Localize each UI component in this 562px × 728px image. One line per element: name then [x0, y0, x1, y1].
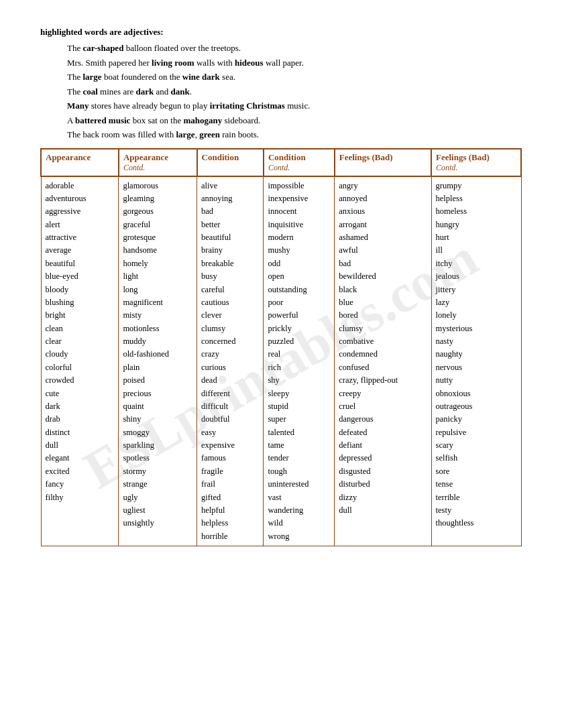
word-item: unsightly [123, 517, 192, 530]
word-item: ugly [123, 491, 192, 504]
word-item: outrageous [436, 400, 517, 413]
word-item: fragile [201, 465, 259, 478]
word-item: blushing [46, 296, 115, 309]
adjectives-table: AppearanceAppearanceContd.ConditionCondi… [40, 148, 522, 547]
word-item: different [201, 387, 259, 400]
word-item: difficult [201, 400, 259, 413]
sentence-4: Many stores have already begun to play i… [67, 99, 522, 113]
word-item: lazy [436, 296, 517, 309]
word-item: defiant [339, 439, 427, 452]
col-words-3: impossibleinexpensiveinnocentinquisitive… [264, 176, 335, 546]
word-item: bright [46, 309, 115, 322]
word-item: clumsy [339, 322, 427, 335]
word-item: ill [436, 244, 517, 257]
word-item: elegant [46, 452, 115, 465]
word-item: motionless [123, 322, 192, 335]
word-item: real [268, 348, 330, 361]
word-item: homeless [436, 205, 517, 218]
word-item: mushy [268, 244, 330, 257]
word-item: cruel [339, 400, 427, 413]
word-item: gifted [201, 491, 259, 504]
col-header-4: Feelings (Bad) [335, 149, 431, 176]
word-item: alive [201, 180, 259, 192]
word-item: tender [268, 452, 330, 465]
word-item: outstanding [268, 284, 330, 296]
word-item: smoggy [123, 426, 192, 439]
word-item: tense [436, 478, 517, 491]
word-item: cautious [201, 296, 259, 309]
word-item: dizzy [339, 491, 427, 504]
word-item: nasty [436, 335, 517, 348]
word-item: homely [123, 257, 192, 270]
word-item: scary [436, 439, 517, 452]
word-item: naughty [436, 348, 517, 361]
word-item: annoying [201, 192, 259, 205]
word-item: dead [201, 374, 259, 387]
word-item: bad [339, 257, 427, 270]
word-item: blue [339, 296, 427, 309]
word-item: crowded [46, 374, 115, 387]
word-item: prickly [268, 322, 330, 335]
word-item: hurt [436, 231, 517, 244]
word-item: bad [201, 205, 259, 218]
word-item: talented [268, 426, 330, 439]
word-item: tough [268, 465, 330, 478]
word-item: thoughtless [436, 517, 517, 530]
intro-sentences: The car-shaped balloon floated over the … [67, 42, 522, 141]
word-item: creepy [339, 387, 427, 400]
word-item: average [46, 244, 115, 257]
word-item: drab [46, 413, 115, 426]
word-item: strange [123, 478, 192, 491]
word-item: wrong [268, 530, 330, 543]
word-item: odd [268, 257, 330, 270]
word-item: uninterested [268, 478, 330, 491]
word-item: dark [46, 400, 115, 413]
word-item: nutty [436, 374, 517, 387]
word-item: cloudy [46, 348, 115, 361]
word-item: obnoxious [436, 387, 517, 400]
word-item: angry [339, 180, 427, 192]
word-item: terrible [436, 491, 517, 504]
sentence-2: The large boat foundered on the wine dar… [67, 70, 522, 84]
word-item: clever [201, 309, 259, 322]
word-item: dangerous [339, 413, 427, 426]
word-item: wild [268, 517, 330, 530]
word-item: dull [339, 504, 427, 517]
word-item: precious [123, 387, 192, 400]
word-item: sore [436, 465, 517, 478]
word-item: busy [201, 270, 259, 283]
word-item: jealous [436, 270, 517, 283]
word-item: quaint [123, 400, 192, 413]
word-item: old-fashioned [123, 348, 192, 361]
word-item: blue-eyed [46, 270, 115, 283]
word-item: doubtful [201, 413, 259, 426]
word-item: attractive [46, 231, 115, 244]
word-item: ugliest [123, 504, 192, 517]
sentence-5: A battered music box sat on the mahogany… [67, 114, 522, 127]
word-item: brainy [201, 244, 259, 257]
word-item: spotless [123, 452, 192, 465]
col-header-2: Condition [197, 149, 264, 176]
word-item: mysterious [436, 322, 517, 335]
word-item: alert [46, 219, 115, 231]
word-item: disturbed [339, 478, 427, 491]
word-item: aggressive [46, 205, 115, 218]
word-item: super [268, 413, 330, 426]
word-item: modern [268, 231, 330, 244]
word-item: crazy, flipped-out [339, 374, 427, 387]
word-item: clean [46, 322, 115, 335]
word-item: adorable [46, 180, 115, 192]
word-item: crazy [201, 348, 259, 361]
word-item: clumsy [201, 322, 259, 335]
word-item: lonely [436, 309, 517, 322]
word-item: arrogant [339, 219, 427, 231]
word-item: dull [46, 439, 115, 452]
intro-section: highlighted words are adjectives: The ca… [40, 27, 522, 141]
word-item: inquisitive [268, 219, 330, 231]
word-item: beautiful [46, 257, 115, 270]
word-item: jittery [436, 284, 517, 296]
sentence-1: Mrs. Smith papered her living room walls… [67, 56, 522, 70]
word-item: expensive [201, 439, 259, 452]
word-item: vast [268, 491, 330, 504]
word-item: grumpy [436, 180, 517, 192]
